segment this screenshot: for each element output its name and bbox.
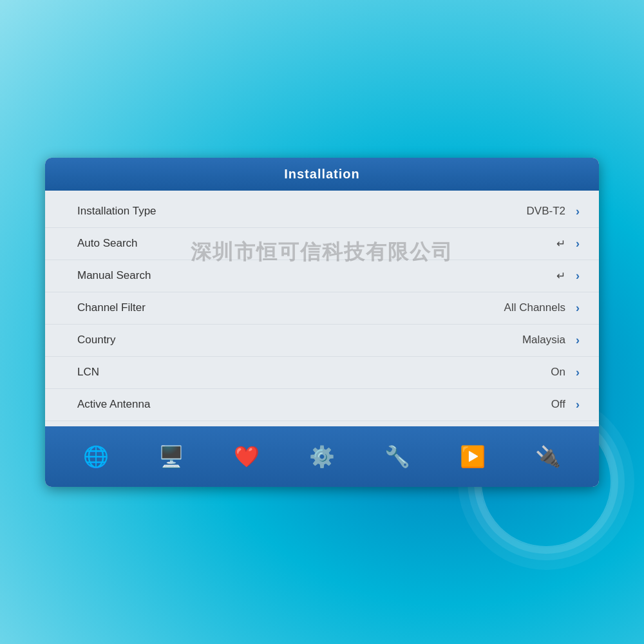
menu-item[interactable]: LCN On ›	[45, 357, 599, 389]
menu-item-right: ↵ ›	[556, 269, 580, 283]
menu-item-right: Malaysia ›	[522, 334, 580, 347]
menu-item-label: LCN	[77, 366, 99, 379]
menu-item-value: ↵	[556, 237, 565, 251]
usb-icon[interactable]: 🔌	[526, 434, 571, 479]
menu-item-right: Off ›	[551, 398, 580, 412]
chevron-icon: ›	[576, 334, 580, 347]
chevron-icon: ›	[576, 205, 580, 218]
menu-item-right: ↵ ›	[556, 237, 580, 251]
menu-item-label: Channel Filter	[77, 301, 146, 314]
chevron-icon: ›	[576, 269, 580, 283]
menu-item-value: All Channels	[504, 301, 565, 314]
menu-item-label: Active Antenna	[77, 398, 150, 411]
tv-background: Installation Installation Type DVB-T2 › …	[0, 0, 644, 644]
installation-panel: Installation Installation Type DVB-T2 › …	[45, 158, 599, 487]
globe-icon[interactable]: 🌐	[73, 434, 118, 479]
panel-header: Installation	[45, 158, 599, 191]
menu-item[interactable]: Manual Search ↵ ›	[45, 260, 599, 292]
menu-item[interactable]: Installation Type DVB-T2 ›	[45, 196, 599, 228]
heart-icon[interactable]: ❤️	[224, 434, 269, 479]
panel-title: Installation	[284, 167, 360, 181]
play-icon[interactable]: ▶️	[450, 434, 495, 479]
nav-bar: 🌐🖥️❤️⚙️🔧▶️🔌	[45, 426, 599, 487]
chevron-icon: ›	[576, 366, 580, 379]
menu-item-right: DVB-T2 ›	[527, 205, 580, 218]
menu-item-label: Country	[77, 334, 116, 346]
menu-item[interactable]: Auto Search ↵ ›	[45, 228, 599, 260]
menu-item-value: DVB-T2	[527, 205, 565, 218]
chevron-icon: ›	[576, 301, 580, 315]
menu-item[interactable]: Channel Filter All Channels ›	[45, 292, 599, 325]
menu-list: Installation Type DVB-T2 › Auto Search ↵…	[45, 191, 599, 426]
menu-item-right: All Channels ›	[504, 301, 580, 315]
menu-item-right: On ›	[551, 366, 580, 379]
chevron-icon: ›	[576, 237, 580, 251]
monitor-icon[interactable]: 🖥️	[149, 434, 194, 479]
menu-item-value: ↵	[556, 269, 565, 283]
menu-item-label: Manual Search	[77, 269, 151, 282]
menu-item-label: Auto Search	[77, 237, 138, 250]
settings-icon[interactable]: ⚙️	[299, 434, 345, 479]
menu-item[interactable]: Country Malaysia ›	[45, 325, 599, 357]
menu-item-value: On	[551, 366, 565, 379]
menu-item-value: Off	[551, 398, 565, 411]
menu-item-label: Installation Type	[77, 205, 156, 218]
tools-icon[interactable]: 🔧	[375, 434, 420, 479]
menu-item[interactable]: Active Antenna Off ›	[45, 389, 599, 421]
chevron-icon: ›	[576, 398, 580, 412]
menu-item-value: Malaysia	[522, 334, 565, 346]
